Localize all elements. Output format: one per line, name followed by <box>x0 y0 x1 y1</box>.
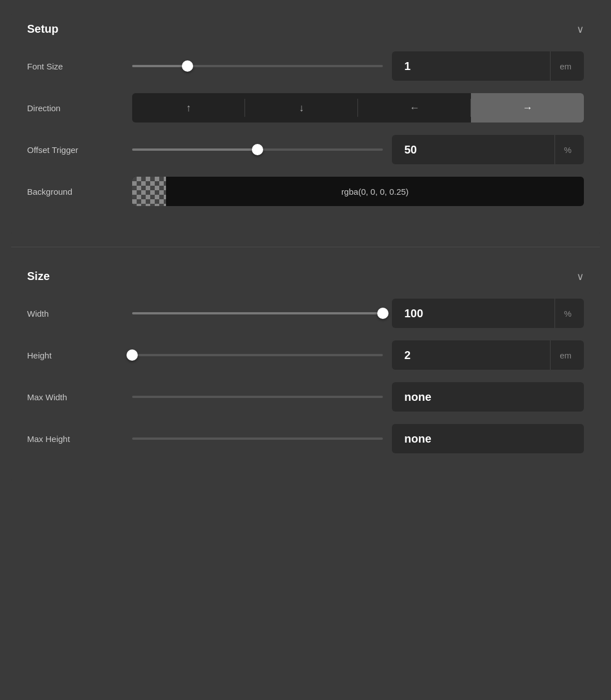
checkerboard-pattern <box>132 177 166 206</box>
direction-row: Direction ↑ ↓ ← → <box>27 93 584 123</box>
max-width-row: Max Width none <box>27 382 584 412</box>
offset-trigger-thumb[interactable] <box>252 144 263 155</box>
height-value-box[interactable]: 2 em <box>392 340 584 370</box>
font-size-track <box>132 65 383 67</box>
direction-left-button[interactable]: ← <box>358 93 471 123</box>
height-thumb[interactable] <box>126 349 138 361</box>
height-value: 2 <box>392 349 550 362</box>
direction-right-button[interactable]: → <box>471 93 584 123</box>
offset-trigger-value-box[interactable]: 50 % <box>392 135 584 164</box>
direction-label: Direction <box>27 103 123 113</box>
size-header: Size ∨ <box>27 270 584 283</box>
width-track <box>132 312 383 314</box>
font-size-unit: em <box>550 51 584 81</box>
font-size-row: Font Size 1 em <box>27 51 584 81</box>
direction-down-button[interactable]: ↓ <box>245 93 358 123</box>
setup-header: Setup ∨ <box>27 23 584 36</box>
max-height-row: Max Height none <box>27 424 584 453</box>
width-row: Width 100 % <box>27 299 584 328</box>
background-row: Background rgba(0, 0, 0, 0.25) <box>27 177 584 206</box>
offset-trigger-slider-container <box>132 139 383 160</box>
offset-trigger-row: Offset Trigger 50 % <box>27 135 584 164</box>
font-size-value-box[interactable]: 1 em <box>392 51 584 81</box>
width-value-box[interactable]: 100 % <box>392 299 584 328</box>
font-size-fill <box>132 65 187 67</box>
offset-trigger-unit: % <box>555 135 584 164</box>
font-size-thumb[interactable] <box>182 60 193 72</box>
max-height-track <box>132 438 383 440</box>
offset-trigger-label: Offset Trigger <box>27 145 123 155</box>
offset-trigger-value: 50 <box>392 143 555 156</box>
max-width-track <box>132 396 383 398</box>
background-color-picker[interactable]: rgba(0, 0, 0, 0.25) <box>132 177 584 206</box>
width-value: 100 <box>392 307 555 320</box>
max-width-slider-container <box>132 387 383 407</box>
max-width-value: none <box>392 391 431 404</box>
size-chevron[interactable]: ∨ <box>577 270 584 283</box>
width-thumb[interactable] <box>377 308 389 319</box>
height-unit: em <box>550 340 584 370</box>
width-unit: % <box>555 299 584 328</box>
height-row: Height 2 em <box>27 340 584 370</box>
width-fill <box>132 312 383 314</box>
width-label: Width <box>27 309 123 318</box>
font-size-label: Font Size <box>27 62 123 71</box>
width-slider-container <box>132 303 383 323</box>
height-label: Height <box>27 351 123 360</box>
setup-chevron[interactable]: ∨ <box>577 23 584 36</box>
max-height-value: none <box>392 432 431 445</box>
panel-divider <box>11 247 600 247</box>
max-width-label: Max Width <box>27 392 123 402</box>
font-size-value: 1 <box>392 60 550 73</box>
background-value: rgba(0, 0, 0, 0.25) <box>166 187 584 196</box>
font-size-slider-container <box>132 56 383 76</box>
offset-trigger-fill <box>132 148 258 151</box>
max-height-label: Max Height <box>27 434 123 444</box>
background-label: Background <box>27 187 123 196</box>
max-height-value-box[interactable]: none <box>392 424 584 453</box>
size-panel: Size ∨ Width 100 % Height 2 em <box>11 259 600 483</box>
max-height-slider-container <box>132 428 383 449</box>
offset-trigger-track <box>132 148 383 151</box>
size-title: Size <box>27 270 50 283</box>
max-width-value-box[interactable]: none <box>392 382 584 412</box>
direction-up-button[interactable]: ↑ <box>132 93 245 123</box>
height-slider-container <box>132 345 383 365</box>
setup-title: Setup <box>27 23 59 36</box>
direction-buttons: ↑ ↓ ← → <box>132 93 584 123</box>
setup-panel: Setup ∨ Font Size 1 em Direction ↑ ↓ ← →… <box>11 11 600 235</box>
height-track <box>132 354 383 356</box>
